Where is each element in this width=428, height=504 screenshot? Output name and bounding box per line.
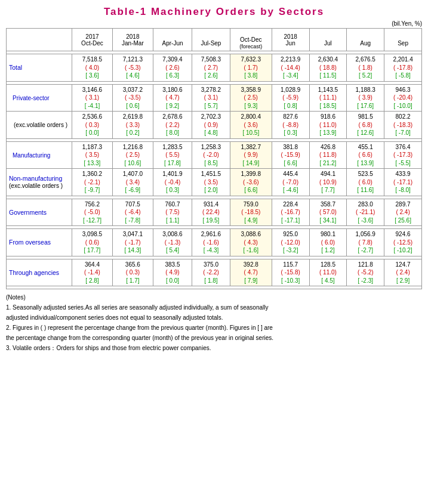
row-label-cell: Non-manufacturing(exc.volatile orders ) <box>7 169 72 196</box>
data-cell: 980.1( 6.0)[ 1.2] <box>309 229 347 256</box>
data-cell: 494.1( 10.9)[ 7.7] <box>309 169 347 196</box>
data-cell: 1,143.5( 11.1)[ 18.5] <box>309 84 347 112</box>
data-cell: 981.5( 6.8)[ 12.6] <box>347 112 384 139</box>
data-cell: 1,283.5( 5.5)[ 17.8] <box>153 141 192 169</box>
data-cell: 3,047.1( -1.7)[ 14.3] <box>112 229 153 256</box>
data-cell: 2,201.4( -17.8)[ -5.8] <box>384 54 422 82</box>
data-cell: 376.4( -17.3)[ -5.5] <box>384 141 422 169</box>
data-cell: 426.8( 11.8)[ 21.2] <box>309 141 347 169</box>
table-row: From overseas3,098.5( 0.6)[ 17.7]3,047.1… <box>7 229 422 256</box>
data-cell: 289.7( 2.4)[ 25.6] <box>384 199 422 226</box>
data-cell: 445.4( -7.0)[ -4.6] <box>272 169 309 196</box>
data-cell: 1,187.3( 3.5)[ 13.3] <box>72 141 113 169</box>
table-row: (exc.volatile orders )2,536.6( 0.3)[ 0.0… <box>7 112 422 139</box>
data-cell: 1,188.3( 3.9)[ 17.6] <box>347 84 384 112</box>
data-cell: 3,098.5( 0.6)[ 17.7] <box>72 229 113 256</box>
data-cell: 946.3( -20.4)[ -10.0] <box>384 84 422 112</box>
col-2017-oct-dec-header: 2017Oct-Dec <box>72 29 113 51</box>
data-cell: 924.6( -12.5)[ -10.2] <box>384 229 422 256</box>
table-row: Through agencies364.4( -1.4)[ 2.8]365.6(… <box>7 259 422 286</box>
data-cell: 1,360.2( -2.1)[ -9.7] <box>72 169 113 196</box>
unit-label: (bil.Yen, %) <box>6 20 422 27</box>
col-aug-header: Aug <box>347 29 384 51</box>
data-cell: 2,676.5( 1.8)[ 5.2] <box>347 54 384 82</box>
col-label-header <box>7 29 72 51</box>
data-cell: 802.2( -18.3)[ -7.0] <box>384 112 422 139</box>
col-2018-header: 2018Jan-Mar <box>112 29 153 51</box>
data-cell: 375.0( -2.2)[ 1.8] <box>192 259 230 286</box>
data-cell: 433.9( -17.1)[ -8.0] <box>384 169 422 196</box>
data-cell: 1,258.3( -2.0)[ 8.5] <box>192 141 230 169</box>
col-apr-jun-header: Apr-Jun <box>153 29 192 51</box>
data-cell: 228.4( -16.7)[ -17.1] <box>272 199 309 226</box>
data-cell: 3,037.2( -3.5)[ 0.6] <box>112 84 153 112</box>
data-cell: 3,088.6( 4.3)[ -1.6] <box>230 229 272 256</box>
data-cell: 760.7( 7.5)[ 1.1] <box>153 199 192 226</box>
data-cell: 455.1( 6.6)[ 13.9] <box>347 141 384 169</box>
data-cell: 1,399.8( -3.6)[ 6.6] <box>230 169 272 196</box>
data-cell: 1,056.9( 7.8)[ -2.7] <box>347 229 384 256</box>
data-cell: 3,358.9( 2.5)[ 9.3] <box>230 84 272 112</box>
data-cell: 2,702.3( 0.9)[ 4.8] <box>192 112 230 139</box>
table-row: Manufacturing1,187.3( 3.5)[ 13.3]1,216.8… <box>7 141 422 169</box>
notes-title: (Notes) <box>6 293 422 302</box>
data-cell: 2,630.4( 18.8)[ 11.5] <box>309 54 347 82</box>
col-sep-header: Sep <box>384 29 422 51</box>
note-2-cont: the percentage change from the correspon… <box>6 333 422 342</box>
data-cell: 523.5( 6.0)[ 11.6] <box>347 169 384 196</box>
data-cell: 1,216.8( 2.5)[ 10.6] <box>112 141 153 169</box>
data-cell: 121.8( -5.2)[ -2.3] <box>347 259 384 286</box>
data-cell: 827.6( -8.8)[ 0.3] <box>272 112 309 139</box>
data-cell: 392.8( 4.7)[ 7.9] <box>230 259 272 286</box>
data-cell: 2,678.6( 2.2)[ 8.0] <box>153 112 192 139</box>
data-cell: 759.0( -18.5)[ 4.9] <box>230 199 272 226</box>
data-cell: 3,278.2( 3.1)[ 5.7] <box>192 84 230 112</box>
data-cell: 283.0( -21.1)[ -3.6] <box>347 199 384 226</box>
data-cell: 358.7( 57.0)[ 34.1] <box>309 199 347 226</box>
data-cell: 1,451.5( 3.5)[ 2.0] <box>192 169 230 196</box>
table-row: Total7,518.5( 4.0)[ 3.6]7,121.3( -5.3)[ … <box>7 54 422 82</box>
data-cell: 383.5( 4.9)[ 0.0] <box>153 259 192 286</box>
table-row: Governments756.2( -5.0)[ -12.7]707.5( -6… <box>7 199 422 226</box>
data-cell: 364.4( -1.4)[ 2.8] <box>72 259 113 286</box>
data-cell: 925.0( -12.0)[ -3.2] <box>272 229 309 256</box>
data-cell: 7,508.3( 2.7)[ 2.6] <box>192 54 230 82</box>
col-jul-header: Jul <box>309 29 347 51</box>
data-cell: 1,382.7( 9.9)[ 14.9] <box>230 141 272 169</box>
row-label-cell: From overseas <box>7 229 72 256</box>
data-cell: 128.5( 11.0)[ 4.5] <box>309 259 347 286</box>
table-row: Non-manufacturing(exc.volatile orders )1… <box>7 169 422 196</box>
data-cell: 3,146.6( 3.1)[ -4.1] <box>72 84 113 112</box>
data-cell: 1,401.9( -0.4)[ 0.3] <box>153 169 192 196</box>
notes-section: (Notes) 1. Seasonally adjusted series.As… <box>6 293 422 353</box>
data-cell: 7,121.3( -5.3)[ 4.6] <box>112 54 153 82</box>
header-row-1: 2017Oct-Dec 2018Jan-Mar Apr-Jun Jul-Sep … <box>7 29 422 51</box>
table-row: Private-sector3,146.6( 3.1)[ -4.1]3,037.… <box>7 84 422 112</box>
data-cell: 1,028.9( -5.9)[ 0.8] <box>272 84 309 112</box>
row-label-cell: Total <box>7 54 72 82</box>
data-cell: 7,632.3( 1.7)[ 3.8] <box>230 54 272 82</box>
data-cell: 931.4( 22.4)[ 19.5] <box>192 199 230 226</box>
data-cell: 1,407.0( 3.4)[ -6.9] <box>112 169 153 196</box>
note-1-cont: adjusted individual/component series doe… <box>6 313 422 322</box>
note-2: 2. Figures in ( ) represent the percenta… <box>6 323 422 332</box>
row-label-cell: Private-sector <box>7 84 72 112</box>
main-table: 2017Oct-Dec 2018Jan-Mar Apr-Jun Jul-Sep … <box>6 28 422 289</box>
row-label-cell: Manufacturing <box>7 141 72 169</box>
data-cell: 7,309.4( 2.6)[ 6.3] <box>153 54 192 82</box>
row-label-cell: (exc.volatile orders ) <box>7 112 72 139</box>
spacer-row <box>7 286 422 289</box>
data-cell: 381.8( -15.9)[ 6.6] <box>272 141 309 169</box>
col-jul-sep-header: Jul-Sep <box>192 29 230 51</box>
data-cell: 115.7( -15.8)[ -10.3] <box>272 259 309 286</box>
page-title: Table-1 Machinery Orders by Sectors <box>6 6 422 18</box>
row-label-cell: Governments <box>7 199 72 226</box>
data-cell: 365.6( 0.3)[ 1.7] <box>112 259 153 286</box>
data-cell: 707.5( -6.4)[ -7.8] <box>112 199 153 226</box>
data-cell: 124.7( 2.4)[ 2.9] <box>384 259 422 286</box>
data-cell: 2,213.9( -14.4)[ -3.4] <box>272 54 309 82</box>
row-label-cell: Through agencies <box>7 259 72 286</box>
data-cell: 3,008.6( -1.3)[ 5.4] <box>153 229 192 256</box>
data-cell: 918.6( 11.0)[ 13.9] <box>309 112 347 139</box>
data-cell: 7,518.5( 4.0)[ 3.6] <box>72 54 113 82</box>
